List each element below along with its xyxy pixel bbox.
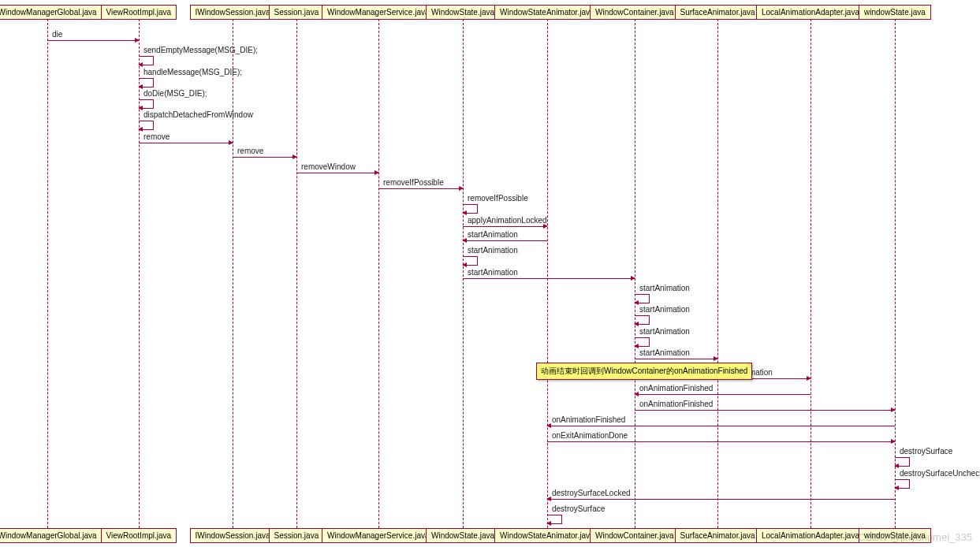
message-arrow — [139, 143, 233, 143]
participant-wms: WindowManagerService.java — [322, 528, 435, 543]
message-label: applyAnimationLocked — [468, 216, 547, 225]
participant-sa: SurfaceAnimator.java — [675, 528, 761, 543]
message-arrow — [463, 240, 547, 241]
message-arrow — [635, 410, 895, 411]
self-call-arrow — [139, 56, 154, 65]
note-animation-finished: 动画结束时回调到WindowContainer的onAnimationFinis… — [536, 363, 752, 380]
lifeline-iws — [233, 19, 233, 528]
participant-wmg: WindowManagerGlobal.java — [0, 528, 102, 543]
message-label: dispatchDetachedFromWindow — [143, 110, 253, 119]
message-arrow — [547, 441, 895, 442]
lifeline-wsa — [547, 19, 548, 528]
message-arrow — [463, 278, 635, 279]
participant-wc: WindowContainer.java — [590, 528, 680, 543]
message-label: startAnimation — [639, 305, 690, 314]
message-label: startAnimation — [639, 284, 690, 292]
message-arrow — [635, 359, 717, 359]
self-call-arrow — [139, 99, 154, 109]
participant-ses: Session.java — [269, 528, 325, 543]
watermark: CSDN @jinyangmei_335 — [858, 531, 972, 543]
message-label: destroySurfaceUnchecked — [900, 469, 980, 478]
message-arrow — [233, 157, 296, 158]
message-label: startAnimation — [468, 246, 518, 255]
message-label: startAnimation — [468, 230, 518, 239]
message-arrow — [463, 226, 547, 227]
participant-iws: IWindowSession.java — [190, 5, 276, 20]
participant-wsa: WindowStateAnimator.java — [494, 5, 600, 20]
message-label: removeIfPossible — [383, 178, 444, 187]
message-arrow — [547, 426, 895, 426]
participant-wsa: WindowStateAnimator.java — [494, 528, 600, 543]
participant-ws2: windowState.java — [859, 5, 931, 20]
message-label: startAnimation — [468, 268, 518, 277]
self-call-arrow — [635, 315, 650, 325]
participant-ws: WindowState.java — [426, 528, 500, 543]
message-label: sendEmptyMessage(MSG_DIE); — [143, 46, 258, 54]
participant-ses: Session.java — [269, 5, 325, 20]
message-arrow — [296, 173, 378, 173]
participant-iws: IWindowSession.java — [190, 528, 276, 543]
message-label: doDie(MSG_DIE); — [143, 89, 207, 98]
participant-wmg: WindowManagerGlobal.java — [0, 5, 102, 20]
lifeline-ses — [296, 19, 297, 528]
self-call-arrow — [895, 479, 910, 489]
message-arrow — [635, 394, 810, 395]
message-label: removeIfPossible — [468, 194, 528, 203]
message-label: onExitAnimationDone — [552, 431, 628, 440]
lifeline-wc — [635, 19, 635, 528]
lifeline-sa — [717, 19, 718, 528]
self-call-arrow — [895, 457, 910, 467]
lifeline-laa — [810, 19, 811, 528]
self-call-arrow — [463, 204, 478, 214]
message-arrow — [378, 188, 463, 189]
self-call-arrow — [635, 337, 650, 347]
participant-sa: SurfaceAnimator.java — [675, 5, 761, 20]
participant-wc: WindowContainer.java — [590, 5, 680, 20]
message-label: onAnimationFinished — [639, 384, 713, 393]
message-label: remove — [237, 147, 263, 155]
participant-wms: WindowManagerService.java — [322, 5, 435, 20]
lifeline-wmg — [47, 19, 48, 528]
self-call-arrow — [547, 515, 562, 524]
message-arrow — [47, 40, 139, 41]
participant-vri: ViewRootImpl.java — [101, 5, 177, 20]
self-call-arrow — [139, 121, 154, 130]
message-label: onAnimationFinished — [639, 400, 713, 408]
participant-vri: ViewRootImpl.java — [101, 528, 177, 543]
participant-laa: LocalAnimationAdapter.java — [756, 5, 865, 20]
lifeline-vri — [139, 19, 140, 528]
self-call-arrow — [463, 256, 478, 266]
lifeline-wms — [378, 19, 379, 528]
message-label: destroySurfaceLocked — [552, 489, 631, 497]
lifeline-ws2 — [895, 19, 896, 528]
message-label: die — [52, 30, 62, 39]
message-label: startAnimation — [639, 348, 690, 357]
message-label: destroySurface — [552, 504, 605, 513]
participant-ws: WindowState.java — [426, 5, 500, 20]
message-label: startAnimation — [639, 327, 690, 336]
self-call-arrow — [139, 78, 154, 87]
message-label: remove — [143, 132, 170, 141]
lifeline-ws — [463, 19, 464, 528]
participant-laa: LocalAnimationAdapter.java — [756, 528, 865, 543]
message-label: destroySurface — [900, 447, 952, 456]
message-label: removeWindow — [301, 162, 356, 171]
message-label: handleMessage(MSG_DIE); — [143, 68, 242, 76]
message-arrow — [547, 499, 895, 500]
message-label: onAnimationFinished — [552, 415, 625, 424]
self-call-arrow — [635, 294, 650, 303]
